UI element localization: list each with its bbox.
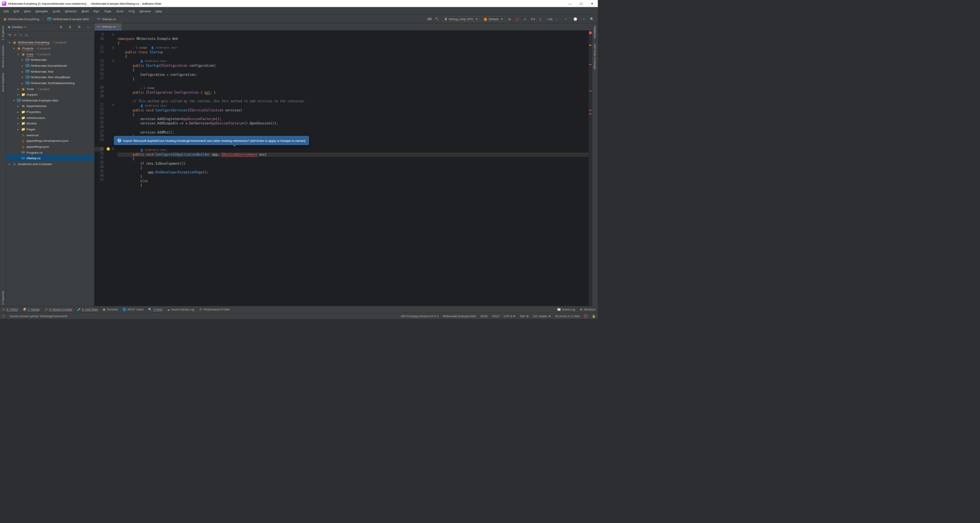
tree-appsettings-dev[interactable]: {}appsettings.Development.json xyxy=(6,138,94,144)
menu-file[interactable]: File xyxy=(2,8,11,13)
analysis-status-icon[interactable] xyxy=(589,31,592,34)
tree-dependencies[interactable]: ▸⧉Dependencies xyxy=(6,103,94,109)
status-caret-position[interactable]: 30:60 xyxy=(481,314,488,318)
error-marker[interactable] xyxy=(589,90,592,91)
tree-infrastructure[interactable]: ▸📁Infrastructure xyxy=(6,115,94,120)
left-tab-favorites[interactable]: 2: Favorites xyxy=(1,289,5,306)
tree-models[interactable]: ▸📁Models xyxy=(6,120,94,126)
breakpoint-gutter[interactable] xyxy=(106,30,110,306)
left-tab-azure[interactable]: Azure Explorer xyxy=(1,71,5,94)
bottom-nuget[interactable]: 📦 7: NuGet xyxy=(23,308,40,311)
solution-view-selector[interactable]: ◈ Solution ▾ xyxy=(8,25,26,29)
editor-body[interactable]: 910 1112 1314151617 181920 2122232425262… xyxy=(94,30,592,306)
git-history-button[interactable]: 🕘 xyxy=(572,15,579,22)
status-encoding[interactable]: UTF-8 ≑ xyxy=(504,314,515,318)
error-marker[interactable] xyxy=(589,64,592,65)
tree-project-test[interactable]: ▸C#NHibernate.Test xyxy=(6,68,94,74)
menu-window[interactable]: Window xyxy=(138,8,153,13)
tree-pages[interactable]: ▸📁Pages xyxy=(6,126,94,132)
breadcrumb-project[interactable]: C# NHibernate.Example.Web xyxy=(46,17,90,21)
status-analysis-icon[interactable] xyxy=(584,314,588,318)
solution-tree[interactable]: ▾▣NHibernate.Everything · 7 projects ▾▣P… xyxy=(6,39,94,306)
menu-tests[interactable]: Tests xyxy=(102,8,113,13)
close-tab-icon[interactable]: × xyxy=(117,25,119,28)
bottom-rest[interactable]: 🌐 REST Client xyxy=(122,308,143,311)
tree-project-domainmodel[interactable]: ▸C#NHibernate.DomainModel xyxy=(6,63,94,69)
status-lock-icon[interactable]: 🔒 xyxy=(592,314,596,318)
close-button[interactable]: ✕ xyxy=(587,0,598,7)
expand-button[interactable]: ⤢ xyxy=(14,33,17,37)
tree-core-folder[interactable]: ▾▣Core · 5 projects xyxy=(6,51,94,57)
tree-wwwroot[interactable]: ⚠wwwroot xyxy=(6,132,94,138)
git-revert-button[interactable]: ↩ xyxy=(581,15,588,22)
tree-project-vb[interactable]: ▸VBNHibernate.Test.VisualBasic xyxy=(6,74,94,80)
attach-button[interactable]: ⤓ xyxy=(537,15,544,22)
left-tab-explorer[interactable]: 1: Explorer xyxy=(1,24,5,41)
tree-solution-root[interactable]: ▾▣NHibernate.Everything · 7 projects xyxy=(6,40,94,45)
configuration-dropdown[interactable]: 🖥 Debug | Any CPU xyxy=(442,16,479,22)
error-marker[interactable] xyxy=(589,110,592,111)
stop-button[interactable]: ■ xyxy=(522,15,528,22)
bottom-profiler[interactable]: ⏱ Performance Profiler xyxy=(199,308,230,311)
warning-marker[interactable] xyxy=(589,45,592,45)
collapse-button[interactable]: ⤡ xyxy=(19,33,22,37)
tree-properties[interactable]: ▸📁Properties xyxy=(6,109,94,115)
tree-appsettings[interactable]: {}appsettings.json xyxy=(6,144,94,150)
breadcrumb-file[interactable]: C# Startup.cs xyxy=(96,17,117,21)
sync-button[interactable]: ⟲ xyxy=(8,33,11,37)
debug-button[interactable]: 🐞 xyxy=(514,15,521,22)
menu-edit[interactable]: Edit xyxy=(12,8,21,13)
tree-tools-folder[interactable]: ▸▣Tools · 1 project xyxy=(6,86,94,92)
bottom-azure[interactable]: ☁ Azure Activity Log xyxy=(167,308,194,311)
left-tab-errors[interactable]: Errors in Solution xyxy=(1,44,5,69)
editor-tab-startup[interactable]: C# Startup.cs × xyxy=(94,23,121,30)
right-tab-database[interactable]: Database xyxy=(593,24,597,40)
tree-project-exampleweb[interactable]: ▾C#NHibernate.Example.Web xyxy=(6,97,94,103)
tree-support-folder[interactable]: ▸📁Support xyxy=(6,92,94,98)
git-commit-button[interactable]: ✔ xyxy=(563,15,569,22)
status-tool-windows-icon[interactable]: ▢ xyxy=(2,314,5,318)
maximize-button[interactable]: ☐ xyxy=(576,0,587,7)
error-stripe[interactable] xyxy=(589,30,592,306)
fold-gutter[interactable]: ⊟⊟⊟⊟⊟ xyxy=(110,30,115,306)
status-errors[interactable]: 20 errors in 11 files xyxy=(555,314,580,318)
bottom-terminal[interactable]: ▣ Terminal xyxy=(103,308,118,311)
collapse-all-button[interactable]: ⇊ xyxy=(67,24,74,30)
minimize-button[interactable]: — xyxy=(565,0,576,7)
tree-projects-folder[interactable]: ▾▣Projects · 6 projects xyxy=(6,45,94,51)
status-line-ending[interactable]: CRLF xyxy=(492,314,499,318)
bottom-todo[interactable]: ☑ 6: TODO xyxy=(2,308,18,311)
locate-button[interactable]: ⊕ xyxy=(58,24,64,30)
tree-program-cs[interactable]: C#Program.cs xyxy=(6,149,94,155)
status-git-branch[interactable]: Git: master ≑ xyxy=(533,314,550,318)
tree-project-nhibernate[interactable]: ▸C#NHibernate xyxy=(6,57,94,63)
bottom-unit-tests[interactable]: 🧪 8: Unit Tests xyxy=(77,308,98,311)
code-editor[interactable]: namespace NHibernate.Example.Web { 1 usa… xyxy=(115,30,589,306)
breadcrumb-solution[interactable]: ▣ NHibernate.Everything xyxy=(2,17,41,21)
build-button[interactable]: 🔨 xyxy=(434,15,441,22)
menu-help[interactable]: Help xyxy=(154,8,164,13)
status-target-framework[interactable]: .NETCoreApp,Version=v2.0 ▾ xyxy=(400,314,438,318)
menu-vcs[interactable]: VCS xyxy=(126,8,137,13)
more-run-button[interactable]: ↻▾ xyxy=(530,15,536,22)
hide-panel-button[interactable]: — xyxy=(85,24,92,30)
tree-startup-cs[interactable]: C#Startup.cs xyxy=(6,155,94,161)
git-update-button[interactable]: ↙ xyxy=(554,15,560,22)
bottom-vcs[interactable]: ⎇ 9: Version Control xyxy=(44,308,72,311)
error-marker[interactable] xyxy=(589,113,592,114)
menu-view[interactable]: View xyxy=(22,8,33,13)
bottom-structure[interactable]: ⧉ Structure xyxy=(580,308,596,311)
menu-build[interactable]: Build xyxy=(80,8,90,13)
right-tab-unit-tests-coverage[interactable]: Unit Tests Coverage xyxy=(593,42,597,71)
bottom-eventlog[interactable]: 📰 Event Log xyxy=(557,308,575,311)
status-indent[interactable]: Tab* ≑ xyxy=(520,314,529,318)
menu-navigate[interactable]: Navigate xyxy=(34,8,50,13)
menu-tools[interactable]: Tools xyxy=(114,8,125,13)
bulb-icon[interactable] xyxy=(107,147,110,151)
menu-run[interactable]: Run xyxy=(92,8,101,13)
launch-config-dropdown[interactable]: ⬤ Default xyxy=(481,16,505,22)
status-context[interactable]: NHibernate.Example.Web xyxy=(443,314,476,318)
bottom-find[interactable]: 🔍 3: Find xyxy=(148,308,162,311)
preview-button[interactable]: ▭ xyxy=(25,33,28,37)
tree-scratches[interactable]: ▸◷Scratches and Consoles xyxy=(6,161,94,167)
